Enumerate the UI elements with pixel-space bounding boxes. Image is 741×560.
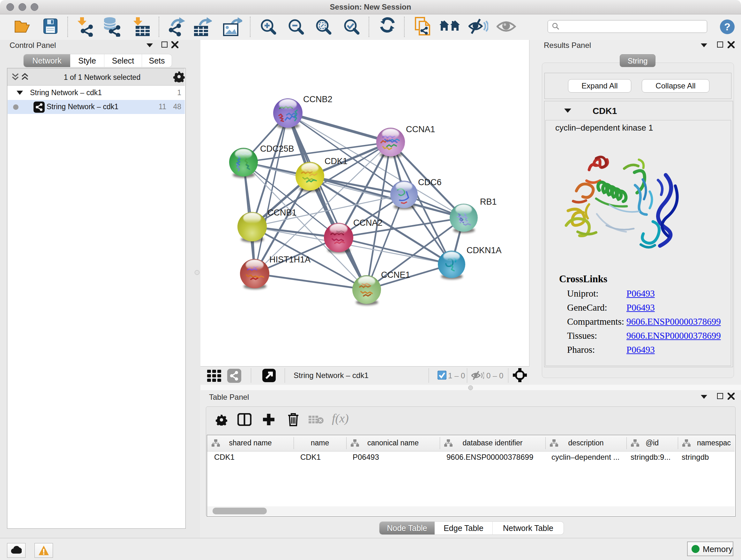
svg-text:CDKN1A: CDKN1A: [467, 246, 502, 255]
svg-text:CDC25B: CDC25B: [260, 144, 294, 153]
svg-text:CDC6: CDC6: [418, 178, 442, 187]
svg-text:?: ?: [724, 21, 731, 33]
svg-text:CDK1: CDK1: [325, 157, 347, 166]
svg-text:CCNA2: CCNA2: [353, 218, 383, 228]
svg-text:HIST1H1A: HIST1H1A: [269, 255, 311, 264]
svg-text:CCNB2: CCNB2: [303, 95, 333, 104]
svg-text:CCNE1: CCNE1: [381, 270, 410, 280]
svg-text:CCNA1: CCNA1: [406, 125, 435, 134]
svg-text:CCNB1: CCNB1: [267, 208, 297, 217]
svg-text:RB1: RB1: [480, 197, 497, 206]
